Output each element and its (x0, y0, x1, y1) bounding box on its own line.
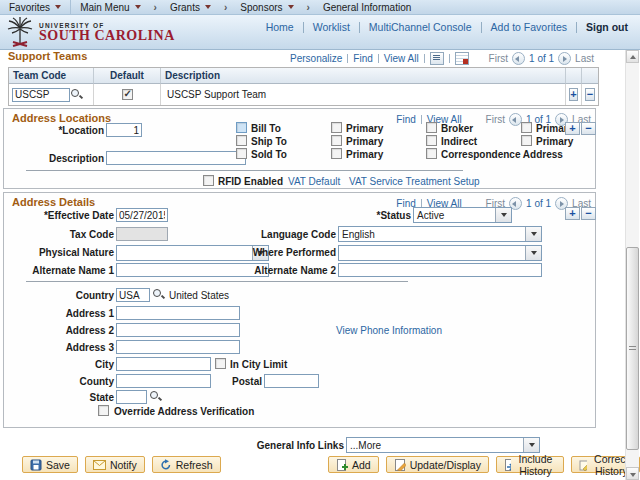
include-history-icon (504, 459, 511, 471)
delete-row-button[interactable] (581, 122, 596, 135)
vat-default-link[interactable]: VAT Default (288, 176, 340, 187)
breadcrumb-sponsors[interactable]: Sponsors (231, 0, 302, 15)
search-icon[interactable] (152, 288, 165, 301)
add-row-button[interactable] (569, 88, 578, 101)
correct-history-icon (579, 459, 587, 471)
page-content: Support Teams Personalize Find View All … (0, 50, 640, 480)
notify-button[interactable]: Notify (85, 456, 145, 473)
toolbar-divider (421, 115, 422, 124)
address-1-label: Address 1 (36, 308, 114, 319)
sold-to-label: Sold To (251, 149, 287, 160)
alternate-name-2-input[interactable] (338, 263, 542, 277)
team-code-input[interactable] (12, 88, 70, 102)
next-row-icon[interactable] (558, 52, 571, 65)
refresh-icon (160, 459, 172, 471)
address-3-input[interactable] (116, 340, 240, 354)
override-address-verification-checkbox[interactable] (98, 405, 109, 416)
home-link[interactable]: Home (266, 21, 294, 33)
address-1-input[interactable] (116, 306, 240, 320)
address-locations-box: Address Locations Find View All First 1 … (3, 108, 596, 189)
bill-to-checkbox[interactable] (236, 122, 247, 133)
scrollbar-thumb[interactable] (626, 247, 639, 450)
indirect-checkbox[interactable] (426, 135, 437, 146)
postal-input[interactable] (264, 374, 319, 388)
breadcrumb-sponsors-label: Sponsors (240, 2, 282, 13)
scroll-down-icon[interactable] (626, 467, 639, 480)
sold-to-checkbox[interactable] (236, 148, 247, 159)
right-action-buttons: Add Update/Display Include History (328, 456, 640, 473)
alternate-name-2-label: Alternate Name 2 (239, 265, 336, 276)
primary-indirect-label: Primary (536, 136, 573, 147)
find-link[interactable]: Find (353, 53, 372, 64)
toolbar-divider (424, 54, 425, 63)
sign-out-link[interactable]: Sign out (586, 21, 628, 33)
toolbar-divider (347, 54, 348, 63)
location-input[interactable] (106, 123, 142, 137)
language-code-select[interactable]: English (338, 226, 542, 242)
correspondence-address-checkbox[interactable] (426, 148, 437, 159)
add-button-label: Add (352, 459, 371, 471)
primary-bill-checkbox[interactable] (331, 122, 342, 133)
country-input[interactable] (116, 288, 150, 302)
add-to-favorites-link[interactable]: Add to Favorites (491, 21, 567, 33)
default-checkbox[interactable] (122, 89, 133, 100)
view-phone-information-link[interactable]: View Phone Information (336, 325, 442, 336)
view-all-link[interactable]: View All (384, 53, 419, 64)
pager-first-label: First (486, 114, 505, 125)
previous-row-icon[interactable] (512, 52, 525, 65)
primary-indirect-checkbox[interactable] (521, 135, 532, 146)
vertical-scrollbar[interactable] (625, 50, 639, 480)
where-performed-select[interactable] (338, 245, 542, 261)
search-icon[interactable] (70, 88, 83, 101)
delete-row-cell (582, 84, 598, 105)
update-display-button[interactable]: Update/Display (386, 456, 489, 473)
favorites-menu[interactable]: Favorites (0, 0, 70, 15)
add-row-button[interactable] (565, 207, 580, 220)
refresh-button[interactable]: Refresh (152, 456, 221, 473)
ship-to-checkbox[interactable] (236, 135, 247, 146)
primary-ship-checkbox[interactable] (331, 135, 342, 146)
breadcrumb-grants[interactable]: Grants (161, 0, 220, 15)
description-label: Description (12, 153, 104, 164)
county-input[interactable] (116, 374, 211, 388)
multichannel-console-link[interactable]: MultiChannel Console (369, 21, 472, 33)
broker-checkbox[interactable] (426, 122, 437, 133)
separator-line (26, 281, 408, 282)
state-input[interactable] (116, 390, 147, 404)
main-menu[interactable]: Main Menu (71, 0, 149, 15)
refresh-button-label: Refresh (176, 459, 213, 471)
effective-date-input[interactable] (116, 208, 168, 222)
city-input[interactable] (116, 357, 211, 371)
find-link[interactable]: Find (396, 114, 415, 125)
primary-sold-checkbox[interactable] (331, 148, 342, 159)
in-city-limit-checkbox[interactable] (215, 358, 226, 369)
vat-service-treatment-setup-link[interactable]: VAT Service Treatment Setup (349, 176, 480, 187)
state-label: State (36, 392, 114, 403)
status-select[interactable]: Active (413, 207, 512, 223)
rfid-enabled-checkbox[interactable] (203, 175, 214, 186)
alternate-name-1-label: Alternate Name 1 (12, 265, 114, 276)
description-cell: USCSP Support Team (161, 84, 566, 105)
personalize-link[interactable]: Personalize (290, 53, 342, 64)
include-history-button[interactable]: Include History (496, 456, 564, 473)
worklist-link[interactable]: Worklist (313, 21, 350, 33)
zoom-grid-icon[interactable] (430, 52, 444, 65)
add-row-cell (566, 84, 582, 105)
search-icon[interactable] (149, 390, 162, 403)
primary-broker-checkbox[interactable] (521, 122, 532, 133)
delete-row-button[interactable] (585, 88, 595, 101)
address-2-input[interactable] (116, 323, 240, 337)
add-button[interactable]: Add (328, 456, 379, 473)
general-info-links-select[interactable]: ...More (346, 437, 540, 453)
where-performed-select-value (339, 246, 525, 260)
delete-row-button[interactable] (581, 207, 596, 220)
download-grid-icon[interactable] (455, 52, 469, 65)
save-button[interactable]: Save (22, 456, 78, 473)
description-input[interactable] (106, 151, 246, 165)
scroll-up-icon[interactable] (626, 50, 639, 63)
add-row-button[interactable] (565, 122, 580, 135)
update-display-button-label: Update/Display (410, 459, 481, 471)
usc-logo: UNIVERSITY OF SOUTH CAROLINA (5, 16, 175, 49)
address-details-box: Address Details Find View All First 1 of… (3, 192, 596, 428)
chevron-down-icon (205, 5, 211, 9)
